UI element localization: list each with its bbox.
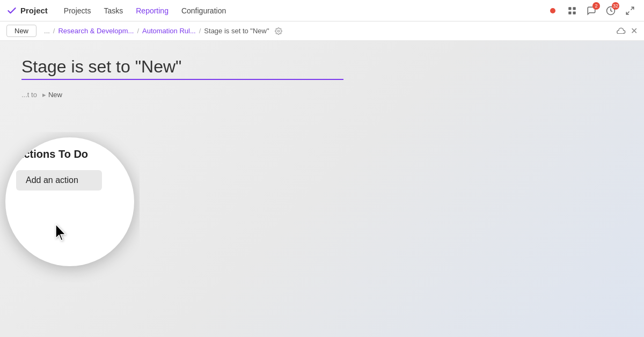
brand-name: Project bbox=[20, 6, 48, 15]
stage-chevron: ▸ bbox=[42, 91, 46, 99]
spotlight-container: Actions To Do Add an action bbox=[0, 132, 140, 282]
breadcrumb-sep-2: / bbox=[137, 27, 139, 35]
svg-rect-2 bbox=[568, 11, 571, 14]
nav-links: Projects Tasks Reporting Configuration bbox=[58, 4, 535, 17]
grid-icon bbox=[567, 6, 577, 16]
actions-to-do-label: Actions To Do bbox=[16, 148, 123, 160]
breadcrumb-sep-1: / bbox=[53, 27, 55, 35]
clock-badge: 32 bbox=[612, 2, 619, 10]
brand-logo[interactable]: Project bbox=[6, 5, 48, 16]
messages-badge: 2 bbox=[592, 2, 600, 10]
add-action-button[interactable]: Add an action bbox=[16, 170, 102, 191]
expand-icon bbox=[625, 6, 635, 16]
svg-rect-3 bbox=[573, 11, 576, 14]
breadcrumb-current: Stage is set to "New" bbox=[204, 27, 269, 35]
clock-icon-btn[interactable]: 32 bbox=[603, 3, 618, 18]
spotlight-circle: Actions To Do Add an action bbox=[5, 137, 134, 266]
svg-line-6 bbox=[626, 11, 629, 14]
breadcrumb-dots[interactable]: ... bbox=[44, 27, 50, 35]
expand-icon-btn[interactable] bbox=[623, 3, 638, 18]
nav-right: 2 32 bbox=[545, 3, 638, 18]
breadcrumb-bar: New ... / Research & Developm... / Autom… bbox=[0, 21, 644, 41]
save-cloud-icon[interactable] bbox=[617, 26, 626, 36]
form-section: ...t to ▸ New bbox=[21, 91, 623, 99]
svg-rect-1 bbox=[573, 7, 576, 10]
form-label: ...t to bbox=[21, 91, 37, 99]
svg-line-5 bbox=[631, 7, 634, 10]
breadcrumb-sep-3: / bbox=[199, 27, 201, 35]
main-wrapper: ...t to ▸ New Actions To Do Add an actio… bbox=[0, 41, 644, 337]
breadcrumb-link-2[interactable]: Automation Rul... bbox=[142, 27, 196, 35]
grid-icon-btn[interactable] bbox=[565, 3, 580, 18]
page-title-input[interactable] bbox=[21, 57, 343, 80]
gear-icon[interactable] bbox=[275, 27, 282, 35]
close-icon[interactable]: ✕ bbox=[631, 26, 638, 36]
svg-rect-0 bbox=[568, 7, 571, 10]
nav-reporting[interactable]: Reporting bbox=[130, 4, 174, 17]
breadcrumb-link-1[interactable]: Research & Developm... bbox=[58, 27, 134, 35]
nav-configuration[interactable]: Configuration bbox=[176, 4, 231, 17]
brand-icon bbox=[6, 5, 17, 16]
nav-tasks[interactable]: Tasks bbox=[98, 4, 128, 17]
breadcrumb-actions: ✕ bbox=[617, 26, 638, 36]
messages-icon-btn[interactable]: 2 bbox=[584, 3, 599, 18]
red-dot-icon bbox=[550, 8, 555, 13]
nav-projects[interactable]: Projects bbox=[58, 4, 97, 17]
svg-point-7 bbox=[277, 30, 280, 32]
stage-value: New bbox=[48, 91, 62, 99]
stage-badge: ▸ New bbox=[42, 91, 62, 99]
navbar: Project Projects Tasks Reporting Configu… bbox=[0, 0, 644, 21]
new-button[interactable]: New bbox=[6, 25, 36, 37]
status-dot bbox=[545, 3, 560, 18]
